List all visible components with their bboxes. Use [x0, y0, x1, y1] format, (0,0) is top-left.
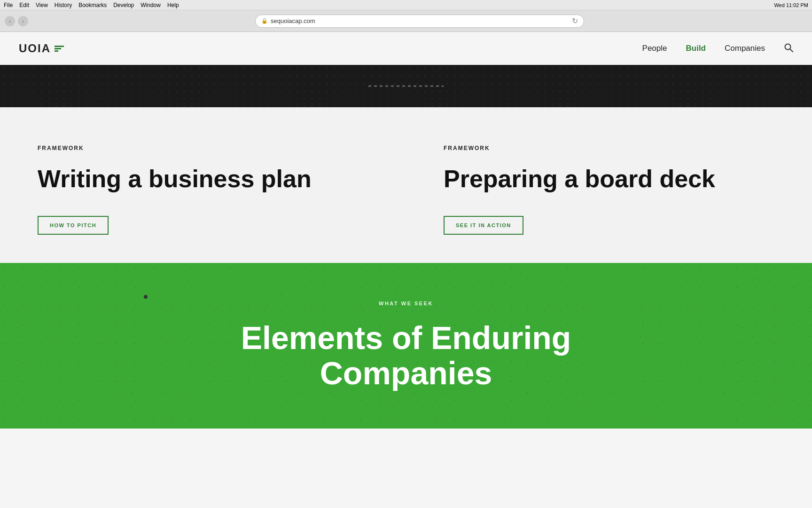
green-title-line-2: Companies	[320, 355, 492, 391]
refresh-icon[interactable]: ↻	[572, 16, 578, 25]
site-nav: People Build Companies	[642, 43, 793, 55]
os-menubar: File Edit View History Bookmarks Develop…	[0, 0, 812, 10]
logo-text: UOIA	[19, 42, 51, 55]
browser-forward-button[interactable]: ›	[18, 16, 28, 26]
site-logo[interactable]: UOIA	[19, 42, 64, 55]
search-icon[interactable]	[784, 43, 793, 55]
green-section-label: WHAT WE SEEK	[19, 301, 793, 306]
browser-chrome: ‹ › 🔒 sequoiacap.com ↻	[0, 10, 812, 32]
dark-banner	[0, 65, 812, 107]
browser-url: sequoiacap.com	[271, 17, 315, 24]
back-icon: ‹	[9, 18, 11, 24]
nav-companies[interactable]: Companies	[725, 44, 765, 53]
banner-dots-line	[368, 86, 444, 87]
site-header: UOIA People Build Companies	[0, 32, 812, 65]
browser-back-button[interactable]: ‹	[5, 16, 15, 26]
see-it-in-action-button[interactable]: SEE IT IN ACTION	[444, 216, 523, 235]
green-section-content: WHAT WE SEEK Elements of Enduring Compan…	[19, 301, 793, 391]
nav-people[interactable]: People	[642, 44, 667, 53]
lock-icon: 🔒	[261, 18, 268, 24]
menu-help[interactable]: Help	[167, 2, 179, 8]
menu-file[interactable]: File	[4, 2, 13, 8]
how-to-pitch-button[interactable]: HOW TO PITCH	[38, 216, 109, 235]
os-menubar-menu-items: File Edit View History Bookmarks Develop…	[4, 2, 179, 8]
menu-bookmarks[interactable]: Bookmarks	[78, 2, 107, 8]
green-section: WHAT WE SEEK Elements of Enduring Compan…	[0, 263, 812, 429]
dark-banner-center	[368, 86, 444, 87]
svg-line-1	[790, 49, 793, 52]
menu-view[interactable]: View	[36, 2, 48, 8]
system-time: Wed 11:02 PM	[774, 2, 808, 8]
browser-nav-buttons: ‹ ›	[5, 16, 28, 26]
nav-build[interactable]: Build	[686, 44, 706, 53]
framework-label-2: FRAMEWORK	[444, 145, 774, 151]
os-menubar-right: Wed 11:02 PM	[774, 2, 808, 8]
menu-develop[interactable]: Develop	[113, 2, 134, 8]
framework-card-2: FRAMEWORK Preparing a board deck SEE IT …	[406, 135, 812, 263]
menu-edit[interactable]: Edit	[19, 2, 29, 8]
framework-title-1: Writing a business plan	[38, 166, 368, 192]
framework-cards-row: FRAMEWORK Writing a business plan HOW TO…	[0, 135, 812, 263]
browser-address-bar[interactable]: 🔒 sequoiacap.com ↻	[255, 15, 584, 28]
menu-history[interactable]: History	[55, 2, 72, 8]
main-content: FRAMEWORK Writing a business plan HOW TO…	[0, 107, 812, 429]
green-title-line-1: Elements of Enduring	[241, 320, 571, 356]
menu-window[interactable]: Window	[141, 2, 161, 8]
green-section-title: Elements of Enduring Companies	[19, 320, 793, 391]
forward-icon: ›	[22, 18, 24, 24]
logo-icon	[55, 46, 64, 52]
framework-label-1: FRAMEWORK	[38, 145, 368, 151]
framework-title-2: Preparing a board deck	[444, 166, 774, 192]
framework-card-1: FRAMEWORK Writing a business plan HOW TO…	[0, 135, 406, 263]
